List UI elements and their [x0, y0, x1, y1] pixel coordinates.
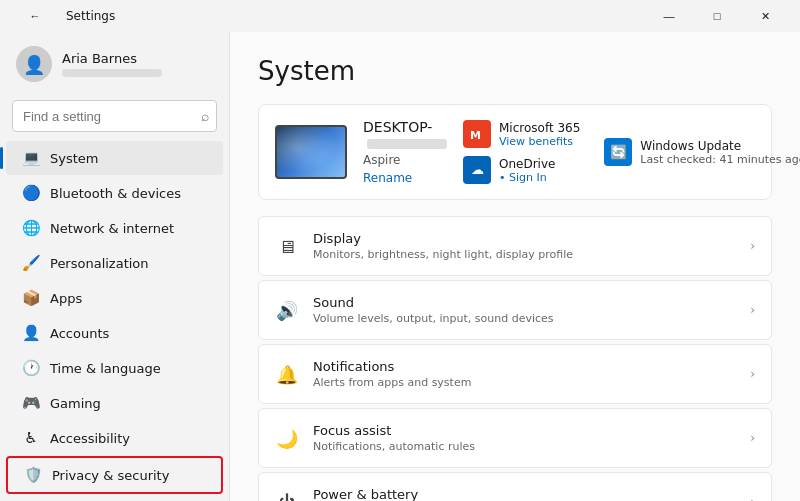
- onedrive-icon: ☁: [463, 156, 491, 184]
- settings-sub-display: Monitors, brightness, night light, displ…: [313, 248, 736, 261]
- user-profile[interactable]: 👤 Aria Barnes: [0, 32, 229, 96]
- search-input[interactable]: [12, 100, 217, 132]
- settings-icon-notifications: 🔔: [275, 362, 299, 386]
- settings-text-display: Display Monitors, brightness, night ligh…: [313, 231, 736, 261]
- nav-icon-accessibility: ♿: [22, 429, 40, 447]
- settings-title-focus: Focus assist: [313, 423, 736, 438]
- settings-row-focus[interactable]: 🌙 Focus assist Notifications, automatic …: [258, 408, 772, 468]
- m365-subtitle[interactable]: View benefits: [499, 135, 580, 148]
- titlebar-title: Settings: [66, 9, 115, 23]
- user-name: Aria Barnes: [62, 51, 162, 66]
- user-info: Aria Barnes: [62, 51, 162, 77]
- chevron-icon-sound: ›: [750, 303, 755, 317]
- settings-icon-power: ⏻: [275, 490, 299, 501]
- sidebar-item-apps[interactable]: 📦 Apps: [6, 281, 223, 315]
- device-info-card: DESKTOP- Aspire Rename M Microsoft 365 V…: [258, 104, 772, 200]
- titlebar-left: ← Settings: [12, 0, 115, 32]
- nav-icon-apps: 📦: [22, 289, 40, 307]
- sidebar-item-label-accessibility: Accessibility: [50, 431, 130, 446]
- m365-link[interactable]: M Microsoft 365 View benefits: [463, 120, 580, 148]
- settings-title-power: Power & battery: [313, 487, 736, 501]
- sidebar: 👤 Aria Barnes ⌕ 💻 System 🔵 Bluetooth & d…: [0, 32, 230, 501]
- settings-text-sound: Sound Volume levels, output, input, soun…: [313, 295, 736, 325]
- sidebar-item-bluetooth[interactable]: 🔵 Bluetooth & devices: [6, 176, 223, 210]
- sidebar-item-update[interactable]: 🔄 Windows Update: [6, 495, 223, 501]
- search-box: ⌕: [12, 100, 217, 132]
- nav-icon-bluetooth: 🔵: [22, 184, 40, 202]
- nav-icon-accounts: 👤: [22, 324, 40, 342]
- sidebar-item-label-gaming: Gaming: [50, 396, 101, 411]
- nav-icon-network: 🌐: [22, 219, 40, 237]
- chevron-icon-notifications: ›: [750, 367, 755, 381]
- onedrive-text: OneDrive • Sign In: [499, 157, 555, 184]
- device-thumbnail: [275, 125, 347, 179]
- settings-list: 🖥 Display Monitors, brightness, night li…: [258, 216, 772, 501]
- sidebar-item-label-accounts: Accounts: [50, 326, 109, 341]
- settings-row-power[interactable]: ⏻ Power & battery Sleep, battery usage, …: [258, 472, 772, 501]
- maximize-button[interactable]: □: [694, 0, 740, 32]
- settings-title-sound: Sound: [313, 295, 736, 310]
- sidebar-item-privacy[interactable]: 🛡️ Privacy & security: [6, 456, 223, 494]
- sidebar-item-time[interactable]: 🕐 Time & language: [6, 351, 223, 385]
- nav-list: 💻 System 🔵 Bluetooth & devices 🌐 Network…: [0, 140, 229, 501]
- sidebar-item-label-apps: Apps: [50, 291, 82, 306]
- back-button[interactable]: ←: [12, 0, 58, 32]
- search-icon: ⌕: [201, 108, 209, 124]
- sidebar-item-label-bluetooth: Bluetooth & devices: [50, 186, 181, 201]
- content-area: System DESKTOP- Aspire Rename M: [230, 32, 800, 501]
- app-container: 👤 Aria Barnes ⌕ 💻 System 🔵 Bluetooth & d…: [0, 32, 800, 501]
- settings-icon-display: 🖥: [275, 234, 299, 258]
- minimize-button[interactable]: —: [646, 0, 692, 32]
- sidebar-item-accounts[interactable]: 👤 Accounts: [6, 316, 223, 350]
- onedrive-link[interactable]: ☁ OneDrive • Sign In: [463, 156, 580, 184]
- sidebar-item-label-system: System: [50, 151, 98, 166]
- titlebar-controls: — □ ✕: [646, 0, 788, 32]
- sidebar-item-accessibility[interactable]: ♿ Accessibility: [6, 421, 223, 455]
- winupdate-icon: 🔄: [604, 138, 632, 166]
- onedrive-title: OneDrive: [499, 157, 555, 171]
- chevron-icon-display: ›: [750, 239, 755, 253]
- sidebar-item-personalization[interactable]: 🖌️ Personalization: [6, 246, 223, 280]
- sidebar-item-network[interactable]: 🌐 Network & internet: [6, 211, 223, 245]
- sidebar-item-label-privacy: Privacy & security: [52, 468, 169, 483]
- device-model: Aspire: [363, 153, 447, 167]
- settings-text-power: Power & battery Sleep, battery usage, ba…: [313, 487, 736, 501]
- close-button[interactable]: ✕: [742, 0, 788, 32]
- winupdate-title: Windows Update: [640, 139, 800, 153]
- rename-link[interactable]: Rename: [363, 171, 447, 185]
- device-name: DESKTOP-: [363, 119, 447, 151]
- settings-title-display: Display: [313, 231, 736, 246]
- device-info: DESKTOP- Aspire Rename: [363, 119, 447, 185]
- settings-text-notifications: Notifications Alerts from apps and syste…: [313, 359, 736, 389]
- page-title: System: [258, 56, 772, 86]
- sidebar-item-gaming[interactable]: 🎮 Gaming: [6, 386, 223, 420]
- settings-row-display[interactable]: 🖥 Display Monitors, brightness, night li…: [258, 216, 772, 276]
- nav-icon-personalization: 🖌️: [22, 254, 40, 272]
- chevron-icon-power: ›: [750, 495, 755, 501]
- settings-sub-focus: Notifications, automatic rules: [313, 440, 736, 453]
- settings-icon-focus: 🌙: [275, 426, 299, 450]
- onedrive-subtitle[interactable]: • Sign In: [499, 171, 555, 184]
- svg-text:☁: ☁: [471, 162, 484, 177]
- nav-icon-gaming: 🎮: [22, 394, 40, 412]
- sidebar-item-label-personalization: Personalization: [50, 256, 149, 271]
- winupdate-subtitle: Last checked: 41 minutes ago: [640, 153, 800, 166]
- settings-row-notifications[interactable]: 🔔 Notifications Alerts from apps and sys…: [258, 344, 772, 404]
- settings-row-sound[interactable]: 🔊 Sound Volume levels, output, input, so…: [258, 280, 772, 340]
- sidebar-item-system[interactable]: 💻 System: [6, 141, 223, 175]
- titlebar: ← Settings — □ ✕: [0, 0, 800, 32]
- svg-text:🔄: 🔄: [610, 144, 628, 161]
- user-subtitle: [62, 69, 162, 77]
- nav-icon-time: 🕐: [22, 359, 40, 377]
- chevron-icon-focus: ›: [750, 431, 755, 445]
- winupdate-link[interactable]: 🔄 Windows Update Last checked: 41 minute…: [604, 120, 800, 184]
- settings-sub-notifications: Alerts from apps and system: [313, 376, 736, 389]
- sidebar-item-label-network: Network & internet: [50, 221, 174, 236]
- settings-text-focus: Focus assist Notifications, automatic ru…: [313, 423, 736, 453]
- m365-icon: M: [463, 120, 491, 148]
- avatar: 👤: [16, 46, 52, 82]
- m365-text: Microsoft 365 View benefits: [499, 121, 580, 148]
- settings-title-notifications: Notifications: [313, 359, 736, 374]
- m365-title: Microsoft 365: [499, 121, 580, 135]
- nav-icon-system: 💻: [22, 149, 40, 167]
